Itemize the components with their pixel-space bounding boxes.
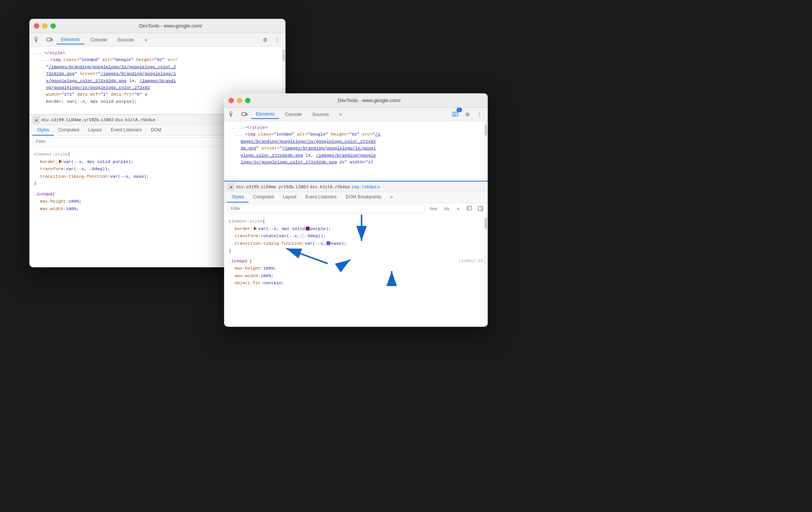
more-tabs-2[interactable]: » [335, 110, 346, 119]
computed-tab-2[interactable]: Computed [249, 192, 278, 203]
html-line: ... <img class="lnXdpd" alt="Google" hei… [229, 131, 483, 138]
maximize-button-2[interactable] [245, 98, 250, 103]
window-title-1: DevTools - www.google.com/ [60, 23, 281, 29]
inspect-icon-2[interactable] [227, 109, 238, 120]
svg-rect-8 [242, 113, 246, 116]
breadcrumb-item-2-1[interactable]: div.o3j99.LLD4me.yr19Zb.LS8OJ [236, 184, 308, 189]
maximize-button-1[interactable] [50, 23, 56, 29]
html-line: elogo_color_272x92dp.png 1x, /images/bra… [229, 152, 483, 159]
hov-button-2[interactable]: :hov [428, 206, 439, 212]
css-panel-2: element.style { border: var(--x, 4px sol… [224, 215, 488, 327]
console-tab-1[interactable]: Console [86, 36, 111, 44]
add-rule-button-2[interactable]: + [454, 204, 462, 213]
html-line: mages/branding/googlelogo/2x/googlelogo_… [229, 138, 483, 145]
color-swatch-purple[interactable] [306, 227, 310, 230]
html-line: ng/googlelogo/2x/googlelogo_color_272x92 [34, 84, 281, 91]
html-line: ... <img class="lnXdpd" alt="Google" hei… [34, 56, 281, 63]
breadcrumb-back-1[interactable]: ◀ [32, 116, 40, 123]
layout-tab-1[interactable]: Layout [84, 125, 106, 136]
circle-swatch[interactable] [301, 234, 304, 238]
elements-tab-1[interactable]: Elements [56, 35, 84, 44]
title-bar-1: DevTools - www.google.com/ [29, 19, 285, 33]
gear-icon-2[interactable]: ⚙ [462, 109, 473, 120]
css-property-transform-2: transform: rotate(var(--x, -5deg)); [229, 232, 483, 240]
svg-rect-3 [47, 38, 51, 41]
cls-button-2[interactable]: .cls [442, 206, 451, 212]
computed-tab-1[interactable]: Computed [54, 125, 84, 136]
html-line: dp.png" srcset="/images/branding/googlel… [229, 145, 483, 152]
breadcrumb-item-2-3[interactable]: img.lnXdpd [351, 184, 376, 189]
inspect-icon-1[interactable] [32, 35, 43, 45]
devtools-window-2: DevTools - www.google.com/ Elements Cons… [224, 93, 488, 327]
svg-rect-9 [246, 113, 247, 115]
breadcrumb-item-2-2[interactable]: div.k1zlA.rSk4se [310, 184, 350, 189]
sources-tab-1[interactable]: Sources [113, 36, 139, 44]
toggle-sidebar-button-2[interactable] [476, 204, 485, 213]
device-icon-1[interactable] [44, 35, 55, 45]
new-style-button-2[interactable] [465, 204, 473, 213]
panel-tabs-2: Styles Computed Layout Event Listeners D… [224, 192, 488, 203]
close-button-2[interactable] [229, 98, 234, 103]
more-icon-1[interactable]: ⋮ [272, 35, 282, 45]
breadcrumb-2: ◀ div.o3j99.LLD4me.yr19Zb.LS8OJ div.k1zl… [224, 181, 488, 192]
svg-rect-0 [35, 37, 37, 40]
html-line: ... </style> [34, 50, 281, 56]
breadcrumb-item-1[interactable]: div.o3j99.LLD4me.yr19Zb.LS8OJ [41, 117, 114, 122]
css-property-maxwidth-2: max-width: 100%; [229, 272, 483, 280]
traffic-lights-2 [229, 98, 250, 103]
device-icon-2[interactable] [239, 109, 250, 120]
elements-tab-2[interactable]: Elements [251, 110, 279, 119]
html-panel-2: ... .:~</style> ... <img class="lnXdpd" … [224, 121, 488, 181]
html-line: logo/2x/googlelogo_color_272x92dp.png 2x… [229, 159, 483, 166]
breadcrumb-back-2[interactable]: ◀ [227, 183, 235, 190]
css-selector-lnxdpd-2: .lnXdpd { (index):63 [229, 258, 483, 265]
title-bar-2: DevTools - www.google.com/ [224, 93, 488, 108]
svg-rect-10 [453, 112, 458, 116]
dom-breakpoints-tab-2[interactable]: DOM Breakpoints [341, 192, 386, 203]
chat-icon-2[interactable]: 1 [450, 109, 461, 120]
svg-rect-13 [467, 206, 472, 210]
badge-2: 1 [456, 108, 462, 112]
css-property-objectfit-2: object-fit: contain; [229, 279, 483, 287]
html-line: ... .:~</style> [229, 124, 483, 131]
layout-tab-2[interactable]: Layout [278, 192, 301, 203]
console-tab-2[interactable]: Console [281, 110, 306, 119]
svg-rect-5 [230, 112, 232, 114]
checkbox-swatch[interactable] [327, 241, 330, 245]
toolbar-2: Elements Console Sources » 1 ⚙ ⋮ [224, 108, 488, 121]
dom-tab-1[interactable]: DOM [147, 125, 166, 136]
source-ref-2: (index):63 [458, 258, 483, 265]
more-tabs-1[interactable]: » [140, 36, 152, 44]
filter-input-2[interactable] [227, 204, 425, 213]
traffic-lights-1 [34, 23, 56, 29]
filter-input-1[interactable] [32, 137, 256, 146]
css-property-border-2: border: var(--x, 4px solid purple); [229, 225, 483, 233]
toolbar-1: Elements Console Sources » ⚙ ⋮ [29, 33, 285, 47]
filter-bar-2: :hov .cls + [224, 203, 488, 215]
breadcrumb-more[interactable]: ▶ [378, 184, 380, 189]
html-line: x/googlelogo_color_272x92dp.png 1x, /ima… [34, 78, 281, 84]
event-listeners-tab-2[interactable]: Event Listeners [301, 192, 341, 203]
minimize-button-1[interactable] [42, 23, 47, 29]
breadcrumb-item-2[interactable]: div.k1zlA.rSk4se [115, 117, 155, 122]
svg-rect-15 [478, 206, 483, 211]
css-selector-line-2: element.style { [229, 218, 483, 225]
styles-tab-2[interactable]: Styles [227, 192, 249, 203]
svg-rect-4 [51, 39, 52, 41]
gear-icon-1[interactable]: ⚙ [260, 35, 270, 45]
css-property-transition-2: transition-timing-function: var(--x, eas… [229, 240, 483, 247]
more-icon-2[interactable]: ⋮ [474, 109, 485, 120]
window-title-2: DevTools - www.google.com/ [255, 98, 483, 103]
close-button-1[interactable] [34, 23, 39, 29]
css-property-maxheight-2: max-height: 100%; [229, 265, 483, 272]
html-line: "/images/branding/googlelogo/2x/googlelo… [34, 64, 281, 70]
html-line: 72x92dp.png" srcset="/images/branding/go… [34, 70, 281, 77]
css-close-brace-2: } [229, 247, 483, 254]
styles-tab-1[interactable]: Styles [32, 125, 54, 136]
more-panel-tabs-2[interactable]: » [386, 192, 398, 203]
minimize-button-2[interactable] [237, 98, 242, 103]
sources-tab-2[interactable]: Sources [308, 110, 333, 119]
event-listeners-tab-1[interactable]: Event Listeners [106, 125, 147, 136]
